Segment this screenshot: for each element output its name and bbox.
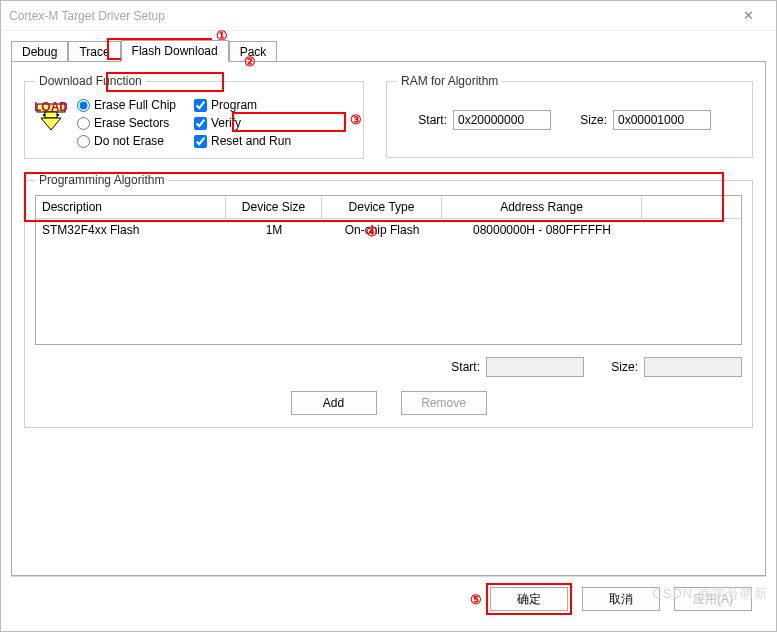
ram-legend: RAM for Algorithm bbox=[397, 74, 502, 88]
svg-marker-3 bbox=[41, 118, 61, 130]
tab-pack[interactable]: Pack bbox=[229, 41, 278, 62]
col-device-size[interactable]: Device Size bbox=[226, 196, 322, 219]
table-header: Description Device Size Device Type Addr… bbox=[36, 196, 741, 219]
tab-debug[interactable]: Debug bbox=[11, 41, 68, 62]
add-button[interactable]: Add bbox=[291, 391, 377, 415]
cell-devtype: On-chip Flash bbox=[322, 219, 442, 241]
ram-size-label: Size: bbox=[573, 113, 607, 127]
load-icon: LOAD bbox=[35, 96, 67, 148]
programming-algorithm-group: Programming Algorithm Description Device… bbox=[24, 173, 753, 428]
tab-flash-download[interactable]: Flash Download bbox=[121, 40, 229, 62]
col-spacer bbox=[642, 196, 741, 219]
tab-strip: Debug Trace Flash Download Pack bbox=[11, 37, 766, 61]
col-description[interactable]: Description bbox=[36, 196, 226, 219]
ram-start-input[interactable] bbox=[453, 110, 551, 130]
pa-size-input bbox=[644, 357, 742, 377]
ram-size-input[interactable] bbox=[613, 110, 711, 130]
pa-legend: Programming Algorithm bbox=[35, 173, 168, 187]
svg-rect-5 bbox=[57, 114, 59, 116]
pa-start-input bbox=[486, 357, 584, 377]
dialog-window: Cortex-M Target Driver Setup ✕ Debug Tra… bbox=[0, 0, 777, 632]
ram-group: RAM for Algorithm Start: Size: bbox=[386, 74, 753, 158]
radio-erase-full[interactable]: Erase Full Chip bbox=[77, 98, 176, 112]
ok-button[interactable]: 确定 bbox=[490, 587, 568, 611]
svg-rect-2 bbox=[45, 112, 57, 118]
cancel-button[interactable]: 取消 bbox=[582, 587, 660, 611]
tab-trace[interactable]: Trace bbox=[68, 41, 120, 62]
cell-devsize: 1M bbox=[226, 219, 322, 241]
cell-desc: STM32F4xx Flash bbox=[36, 219, 226, 241]
check-reset-run[interactable]: Reset and Run bbox=[194, 134, 291, 148]
algorithm-table[interactable]: Description Device Size Device Type Addr… bbox=[35, 195, 742, 345]
download-function-group: Download Function LOAD bbox=[24, 74, 364, 159]
check-program[interactable]: Program bbox=[194, 98, 291, 112]
col-device-type[interactable]: Device Type bbox=[322, 196, 442, 219]
close-icon[interactable]: ✕ bbox=[728, 8, 768, 23]
titlebar: Cortex-M Target Driver Setup ✕ bbox=[1, 1, 776, 31]
ram-start-label: Start: bbox=[397, 113, 447, 127]
pa-size-label: Size: bbox=[604, 360, 638, 374]
table-row[interactable]: STM32F4xx Flash 1M On-chip Flash 0800000… bbox=[36, 219, 741, 241]
apply-button[interactable]: 应用(A) bbox=[674, 587, 752, 611]
col-address-range[interactable]: Address Range bbox=[442, 196, 642, 219]
pa-start-label: Start: bbox=[440, 360, 480, 374]
annotation-5: ⑤ bbox=[470, 592, 482, 607]
window-title: Cortex-M Target Driver Setup bbox=[9, 9, 728, 23]
radio-erase-sectors[interactable]: Erase Sectors bbox=[77, 116, 176, 130]
radio-do-not-erase[interactable]: Do not Erase bbox=[77, 134, 176, 148]
button-bar: ⑤ 确定 取消 应用(A) bbox=[11, 576, 766, 621]
svg-rect-4 bbox=[43, 114, 45, 116]
check-verify[interactable]: Verify bbox=[194, 116, 291, 130]
cell-addr: 08000000H - 080FFFFFH bbox=[442, 219, 642, 241]
client-area: Debug Trace Flash Download Pack Download… bbox=[1, 31, 776, 631]
download-function-legend: Download Function bbox=[35, 74, 146, 88]
remove-button[interactable]: Remove bbox=[401, 391, 487, 415]
tab-panel: Download Function LOAD bbox=[11, 61, 766, 576]
